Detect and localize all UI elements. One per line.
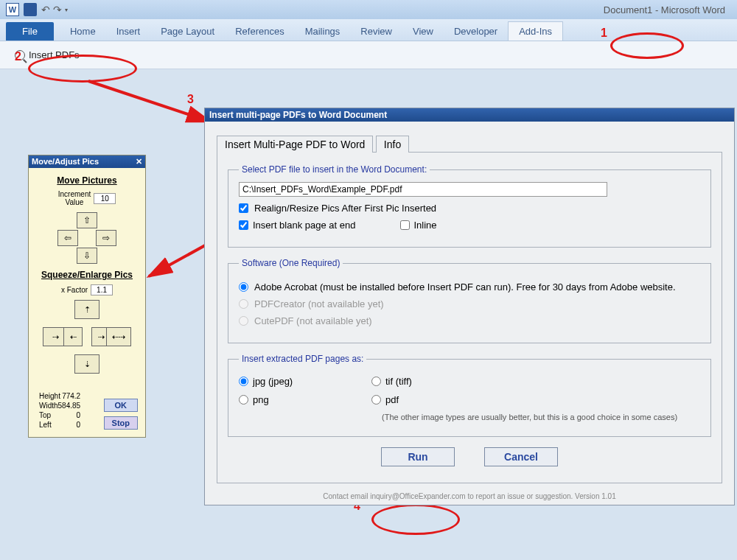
- group-select-pdf: Select PDF file to insert in the Word Do…: [228, 164, 711, 248]
- redo-icon[interactable]: ↷: [53, 4, 62, 15]
- enlarge-up-button[interactable]: ⇡: [74, 300, 99, 319]
- dialog-footer: Contact email inquiry@OfficeExpander.com…: [205, 491, 734, 505]
- arrow-2-to-3: [81, 74, 221, 133]
- blank-page-checkbox[interactable]: [239, 220, 248, 230]
- tif-label: tif (tiff): [385, 376, 412, 387]
- jpg-radio[interactable]: [239, 377, 248, 386]
- squeeze-right-button[interactable]: ⇠⇢: [106, 327, 131, 346]
- jpg-label: jpg (jpeg): [253, 376, 293, 387]
- dialog-tab-insert[interactable]: Insert Multi-Page PDF to Word: [217, 136, 373, 153]
- left-label: Left: [39, 421, 52, 429]
- dialog-tabpage: Select PDF file to insert in the Word Do…: [217, 152, 722, 483]
- annotation-number-1: 1: [601, 27, 607, 40]
- title-bar: W ↶ ↷ ▾ Document1 - Microsoft Word: [0, 0, 737, 19]
- group-software: Software (One Required) Adobe Acrobat (m…: [228, 258, 711, 343]
- move-dpad: ⇧ ⇦ ⇨ ⇩: [57, 212, 116, 264]
- insert-pdf-dialog: Insert multi-page PDFs to Word Document …: [204, 108, 735, 505]
- dialog-tab-info[interactable]: Info: [376, 136, 409, 153]
- tab-page-layout[interactable]: Page Layout: [150, 22, 225, 41]
- realign-checkbox[interactable]: [239, 203, 248, 213]
- move-right-button[interactable]: ⇨: [96, 230, 116, 246]
- insert-pdfs-label: Insert PDFs: [29, 49, 80, 60]
- tab-developer[interactable]: Developer: [444, 22, 508, 41]
- tab-references[interactable]: References: [225, 22, 294, 41]
- pdfcreator-radio: [239, 299, 248, 309]
- move-pictures-header: Move Pictures: [33, 175, 141, 186]
- stop-button[interactable]: Stop: [104, 416, 138, 430]
- run-button[interactable]: Run: [381, 447, 455, 466]
- group-select-legend: Select PDF file to insert in the Word Do…: [239, 164, 430, 175]
- tab-mailings[interactable]: Mailings: [295, 22, 351, 41]
- group-extract: Insert extracted PDF pages as: jpg (jpeg…: [228, 354, 711, 437]
- top-label: Top: [39, 411, 51, 419]
- tif-radio[interactable]: [371, 377, 381, 386]
- group-extract-legend: Insert extracted PDF pages as:: [239, 354, 366, 364]
- panel-stats: Height774.2 Width584.85 Top0 Left0: [36, 391, 83, 430]
- tab-add-ins[interactable]: Add-Ins: [508, 21, 563, 41]
- dialog-title[interactable]: Insert multi-page PDFs to Word Document: [205, 108, 734, 122]
- pdf-label: pdf: [385, 394, 399, 405]
- panel-title-text: Move/Adjust Pics: [32, 157, 99, 167]
- tab-review[interactable]: Review: [350, 22, 402, 41]
- blank-page-label: Insert blank page at end: [253, 220, 356, 231]
- tab-view[interactable]: View: [402, 22, 444, 41]
- increment-label: Increment Value: [58, 190, 91, 206]
- enlarge-down-button[interactable]: ⇣: [74, 354, 99, 374]
- tab-file[interactable]: File: [6, 22, 54, 41]
- close-icon[interactable]: ✕: [136, 157, 142, 167]
- top-value: 0: [77, 411, 81, 419]
- inline-checkbox[interactable]: [400, 220, 410, 230]
- pdf-path-input[interactable]: [239, 182, 607, 197]
- panel-titlebar[interactable]: Move/Adjust Pics ✕: [29, 155, 145, 168]
- move-left-button[interactable]: ⇦: [57, 230, 78, 246]
- move-up-button[interactable]: ⇧: [77, 212, 97, 228]
- xfactor-label: x Factor: [61, 286, 88, 294]
- png-label: png: [253, 394, 269, 405]
- pdf-radio[interactable]: [371, 395, 381, 405]
- png-radio[interactable]: [239, 395, 248, 405]
- realign-label: Realign/Resize Pics After First Pic Inse…: [254, 203, 436, 214]
- height-label: Height: [39, 392, 60, 400]
- annotation-number-2: 2: [15, 50, 21, 63]
- increment-input[interactable]: [94, 193, 116, 204]
- enlarge-left-button[interactable]: ⇠: [63, 327, 83, 346]
- ok-button[interactable]: OK: [104, 399, 138, 412]
- annotation-circle-run: [371, 504, 460, 535]
- cutepdf-label: CutePDF (not available yet): [254, 315, 372, 326]
- move-adjust-panel: Move/Adjust Pics ✕ Move Pictures Increme…: [28, 155, 146, 438]
- ribbon-tabs: File Home Insert Page Layout References …: [0, 19, 737, 41]
- pdfcreator-label: PDFCreator (not available yet): [254, 298, 384, 309]
- insert-pdfs-button[interactable]: Insert PDFs: [15, 49, 80, 60]
- squeeze-header: Squeeze/Enlarge Pics: [33, 270, 141, 280]
- width-label: Width: [39, 402, 58, 410]
- undo-icon[interactable]: ↶: [41, 4, 50, 15]
- acrobat-radio[interactable]: [239, 282, 248, 292]
- inline-label: Inline: [414, 220, 437, 231]
- width-value: 584.85: [58, 402, 81, 410]
- pdf-note: (The other image types are usually bette…: [371, 413, 700, 421]
- save-icon[interactable]: [24, 3, 37, 16]
- annotation-number-3: 3: [187, 93, 194, 106]
- height-value: 774.2: [62, 392, 80, 400]
- tab-home[interactable]: Home: [60, 22, 106, 41]
- xfactor-input[interactable]: [91, 284, 113, 295]
- squeeze-grid: ⇡ ⇢ ⇠ ⇢ ⇠⇢ ⇣: [43, 300, 131, 374]
- left-value: 0: [77, 421, 81, 429]
- ribbon-body: Insert PDFs: [0, 41, 737, 69]
- document-title: Document1 - Microsoft Word: [604, 4, 725, 15]
- qat-dropdown-icon[interactable]: ▾: [65, 7, 68, 13]
- acrobat-label: Adobe Acrobat (must be installed before …: [254, 281, 676, 293]
- cutepdf-radio: [239, 316, 248, 326]
- tab-insert[interactable]: Insert: [106, 22, 151, 41]
- group-software-legend: Software (One Required): [239, 258, 343, 268]
- word-icon: W: [6, 3, 19, 16]
- move-down-button[interactable]: ⇩: [77, 248, 97, 264]
- cancel-button[interactable]: Cancel: [484, 447, 558, 466]
